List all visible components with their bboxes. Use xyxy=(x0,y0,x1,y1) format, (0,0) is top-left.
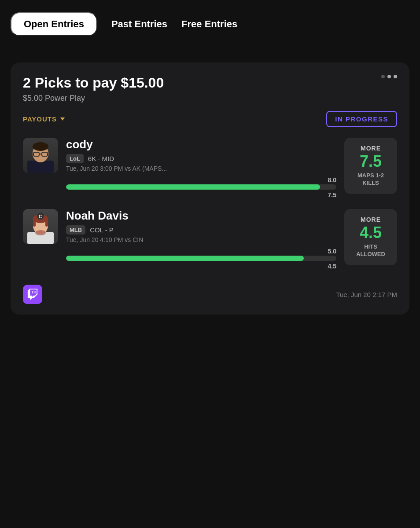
card-title: 2 Picks to pay $15.00 xyxy=(23,75,397,91)
pick-details-cody: LoL 6K - MID xyxy=(66,154,336,163)
pick-row-noah: C Noah Davis MLB COL - P Tue, Jun 20 4:1… xyxy=(23,209,397,270)
progress-bar-bg-noah xyxy=(66,256,336,261)
svg-rect-0 xyxy=(27,161,54,173)
tab-bar: Open Entries Past Entries Free Entries xyxy=(0,0,420,45)
svg-text:C: C xyxy=(39,214,42,219)
tab-past-entries[interactable]: Past Entries xyxy=(111,18,167,30)
pick-time-noah: Tue, Jun 20 4:10 PM vs CIN xyxy=(66,236,336,243)
progress-top-noah: 5.0 xyxy=(328,248,336,255)
stat-value-noah: 4.5 xyxy=(352,225,389,241)
stat-direction-cody: MORE xyxy=(352,145,389,152)
entries-card: 2 Picks to pay $15.00 $5.00 Power Play P… xyxy=(11,62,409,315)
progress-bottom-cody: 7.5 xyxy=(66,191,336,198)
dot-2 xyxy=(387,75,391,78)
svg-point-2 xyxy=(33,142,48,151)
payouts-button[interactable]: PAYOUTS xyxy=(23,115,65,123)
progress-bottom-noah: 4.5 xyxy=(66,263,336,270)
svg-rect-10 xyxy=(45,219,48,227)
avatar-cody xyxy=(23,138,58,173)
pick-time-cody: Tue, Jun 20 3:00 PM vs AK (MAPS... xyxy=(66,165,336,172)
payouts-label: PAYOUTS xyxy=(23,115,57,123)
status-badge: IN PROGRESS xyxy=(326,111,397,127)
carousel-dots xyxy=(381,75,397,78)
pick-details-noah: MLB COL - P xyxy=(66,225,336,235)
pick-name-cody: cody xyxy=(66,138,336,151)
chevron-down-icon xyxy=(60,117,65,121)
pick-team-noah: COL - P xyxy=(90,226,114,234)
twitch-icon xyxy=(23,285,42,304)
timestamp: Tue, Jun 20 2:17 PM xyxy=(336,291,397,298)
stat-direction-noah: MORE xyxy=(352,216,389,223)
stat-label-cody: MAPS 1-2KILLS xyxy=(352,172,389,187)
card-meta-row: PAYOUTS IN PROGRESS xyxy=(23,111,397,127)
stat-label-noah: HITSALLOWED xyxy=(352,243,389,258)
progress-cody: 8.0 7.5 xyxy=(66,176,336,198)
pick-row-cody: cody LoL 6K - MID Tue, Jun 20 3:00 PM vs… xyxy=(23,138,397,198)
card-subtitle: $5.00 Power Play xyxy=(23,94,397,103)
stat-box-noah: MORE 4.5 HITSALLOWED xyxy=(344,209,397,265)
league-badge-noah: MLB xyxy=(66,225,85,235)
svg-rect-9 xyxy=(33,219,36,227)
card-footer: Tue, Jun 20 2:17 PM xyxy=(23,280,397,304)
pick-info-cody: cody LoL 6K - MID Tue, Jun 20 3:00 PM vs… xyxy=(66,138,336,198)
tab-open-entries[interactable]: Open Entries xyxy=(11,12,97,36)
progress-top-cody: 8.0 xyxy=(328,176,336,183)
pick-info-noah: Noah Davis MLB COL - P Tue, Jun 20 4:10 … xyxy=(66,209,336,270)
avatar-noah: C xyxy=(23,209,58,244)
dot-1 xyxy=(381,75,385,78)
pick-team-cody: 6K - MID xyxy=(88,155,114,162)
league-badge-cody: LoL xyxy=(66,154,84,163)
progress-bar-fill-noah xyxy=(66,256,304,261)
tab-free-entries[interactable]: Free Entries xyxy=(181,18,237,30)
dot-3 xyxy=(394,75,397,78)
progress-bar-fill-cody xyxy=(66,184,320,190)
stat-box-cody: MORE 7.5 MAPS 1-2KILLS xyxy=(344,138,397,194)
pick-name-noah: Noah Davis xyxy=(66,209,336,223)
progress-noah: 5.0 4.5 xyxy=(66,248,336,270)
stat-value-cody: 7.5 xyxy=(352,154,389,169)
svg-point-11 xyxy=(35,230,46,235)
progress-bar-bg-cody xyxy=(66,184,336,190)
